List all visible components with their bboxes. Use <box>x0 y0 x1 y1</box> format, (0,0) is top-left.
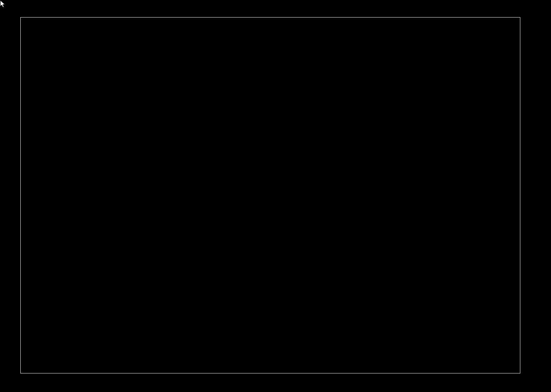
mouse-cursor-icon <box>0 0 5 8</box>
plot-frame <box>20 17 520 373</box>
colorbar <box>533 124 539 267</box>
spectrogram-app <box>0 0 551 392</box>
